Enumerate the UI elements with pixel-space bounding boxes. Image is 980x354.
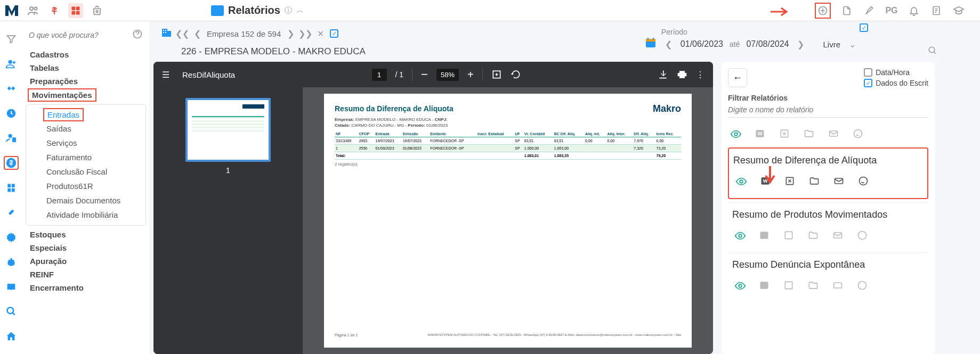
whatsapp-icon[interactable] <box>857 280 869 292</box>
info-icon[interactable]: ⓘ <box>285 6 292 15</box>
nav-prev-icon[interactable]: ❮ <box>192 28 203 39</box>
money-bag-icon[interactable] <box>4 255 19 269</box>
nav-next-icon[interactable]: ❯ <box>285 28 296 39</box>
brush-icon[interactable] <box>863 4 876 17</box>
calendar-icon[interactable] <box>644 36 657 52</box>
checkbox-dados[interactable]: ✓ <box>864 79 872 87</box>
submenu-produtos61r[interactable]: Produtos61R <box>39 179 145 193</box>
clock-icon[interactable] <box>4 106 19 121</box>
graduation-icon[interactable] <box>952 4 965 17</box>
period-mode-dropdown-icon[interactable]: ⌄ <box>847 39 857 50</box>
filter-input[interactable] <box>728 102 928 118</box>
folder-icon[interactable] <box>808 280 820 292</box>
gear-icon[interactable] <box>4 230 19 244</box>
whatsapp-icon[interactable] <box>858 176 870 187</box>
eye-icon[interactable] <box>734 230 746 242</box>
excel-icon[interactable] <box>783 230 795 242</box>
checkbox-datahora[interactable] <box>864 68 872 77</box>
chevron-up-icon[interactable]: ︿ <box>296 6 304 15</box>
search-input[interactable] <box>29 31 128 39</box>
period-to[interactable]: 07/08/2024 <box>746 39 789 49</box>
people-icon[interactable] <box>26 3 41 18</box>
document-icon[interactable] <box>840 4 853 17</box>
excel-icon[interactable] <box>784 176 796 187</box>
excel-icon[interactable] <box>779 128 791 140</box>
period-prev-icon[interactable]: ❮ <box>663 39 674 50</box>
rotate-icon[interactable] <box>511 69 521 80</box>
word-icon[interactable] <box>759 230 771 242</box>
whatsapp-icon[interactable] <box>857 230 869 242</box>
pg-icon[interactable]: PG <box>885 4 898 17</box>
plus-icon[interactable] <box>815 3 831 19</box>
zoom-out-icon[interactable]: − <box>421 68 428 81</box>
mail-icon[interactable] <box>828 128 840 140</box>
menu-preparacoes[interactable]: Preparações <box>22 75 149 88</box>
dollar-circle-icon[interactable] <box>4 156 19 170</box>
search-icon[interactable] <box>4 304 19 319</box>
zoom-in-icon[interactable]: + <box>467 69 474 81</box>
word-icon[interactable]: W <box>755 128 766 140</box>
menu-apuracao[interactable]: Apuração <box>22 254 149 268</box>
menu-tabelas[interactable]: Tabelas <box>22 61 149 75</box>
menu-estoques[interactable]: Estoques <box>22 228 149 241</box>
period-from[interactable]: 01/06/2023 <box>681 39 723 49</box>
app-logo[interactable] <box>4 3 21 18</box>
handshake-icon[interactable] <box>4 81 19 96</box>
building-icon[interactable] <box>160 26 173 42</box>
dollar-icon[interactable] <box>47 3 62 18</box>
eye-icon[interactable] <box>735 176 747 187</box>
download-icon[interactable] <box>658 69 668 80</box>
mail-icon[interactable] <box>833 176 845 187</box>
excel-icon[interactable] <box>783 280 795 292</box>
fit-page-icon[interactable] <box>491 69 502 80</box>
word-icon[interactable] <box>759 280 771 292</box>
eye-icon[interactable] <box>730 128 742 140</box>
whatsapp-icon[interactable] <box>853 128 864 140</box>
menu-icon[interactable]: ☰ <box>162 70 169 80</box>
thumbnail-1[interactable] <box>185 98 271 162</box>
back-button[interactable]: ← <box>728 68 747 87</box>
submenu-saidas[interactable]: Saídas <box>39 121 145 136</box>
submenu-servicos[interactable]: Serviços <box>39 136 145 150</box>
menu-especiais[interactable]: Especiais <box>22 241 149 254</box>
folder-icon[interactable] <box>808 230 820 242</box>
nav-close-icon[interactable]: ✕ <box>315 28 326 39</box>
menu-movimentacoes[interactable]: Movimentações <box>28 88 96 102</box>
help-icon[interactable] <box>132 29 143 42</box>
book-icon[interactable] <box>4 279 19 294</box>
nav-last-icon[interactable]: ❯❯ <box>300 28 311 39</box>
calculator-icon[interactable] <box>4 180 19 195</box>
submenu-entradas[interactable]: Entradas <box>43 108 84 121</box>
submenu-atividade[interactable]: Atividade Imobiliária <box>39 208 145 222</box>
person-add-icon[interactable] <box>4 57 19 71</box>
folder-icon[interactable] <box>804 128 815 140</box>
period-checkbox[interactable]: ✓ <box>860 23 868 32</box>
more-icon[interactable]: ⋮ <box>696 70 704 80</box>
grid-icon[interactable] <box>68 3 83 18</box>
filter-icon[interactable] <box>4 32 19 46</box>
company-checkbox[interactable]: ✓ <box>330 29 338 38</box>
pdf-page-input[interactable] <box>372 69 387 81</box>
receipt-icon[interactable] <box>930 4 943 17</box>
submenu-conclusao[interactable]: Conclusão Fiscal <box>39 164 145 179</box>
mail-icon[interactable] <box>832 280 844 292</box>
mail-icon[interactable] <box>832 230 844 242</box>
pdf-zoom[interactable]: 58% <box>436 69 459 81</box>
print-icon[interactable] <box>677 69 687 80</box>
person-doc-icon[interactable] <box>4 131 19 145</box>
home-icon[interactable] <box>4 329 19 343</box>
period-next-icon[interactable]: ❯ <box>795 39 806 50</box>
bell-icon[interactable] <box>908 4 920 17</box>
nav-first-icon[interactable]: ❮❮ <box>177 28 188 39</box>
submenu-demais[interactable]: Demais Documentos <box>39 193 145 208</box>
menu-encerramento[interactable]: Encerramento <box>22 281 149 294</box>
report-card-1[interactable]: Resumo de Diferença de Alíquota W <box>728 147 928 199</box>
period-mode[interactable]: Livre <box>823 40 840 49</box>
eye-icon[interactable] <box>734 280 746 292</box>
menu-reinf[interactable]: REINF <box>22 268 149 281</box>
submenu-faturamento[interactable]: Faturamento <box>39 150 145 164</box>
report-card-2[interactable]: Resumo de Produtos Movimentados <box>728 202 928 252</box>
menu-cadastros[interactable]: Cadastros <box>22 48 149 61</box>
company-search-icon[interactable] <box>928 46 937 57</box>
wrench-icon[interactable] <box>4 205 19 220</box>
